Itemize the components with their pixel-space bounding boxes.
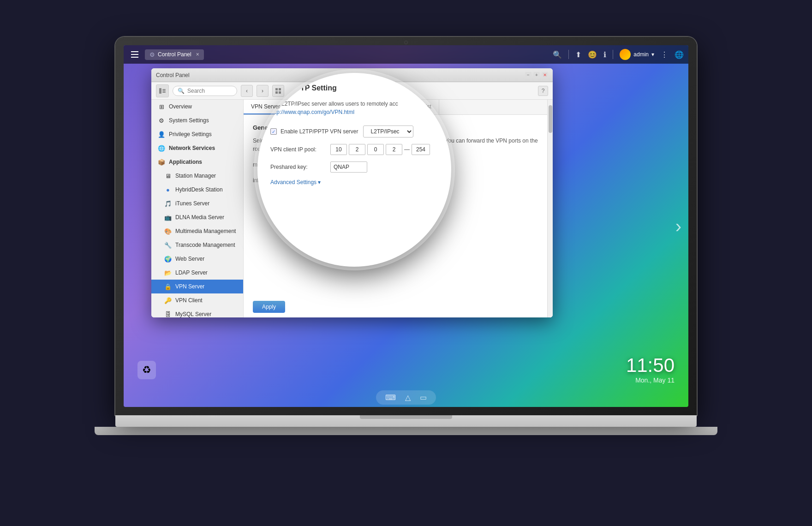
grid-button[interactable] (272, 85, 284, 97)
minimize-button[interactable]: − (525, 72, 531, 78)
divider-1 (568, 50, 569, 59)
sidebar-item-label: System Settings (169, 117, 209, 124)
scrollbar-thumb[interactable] (549, 105, 552, 133)
control-panel-tab[interactable]: ⚙ Control Panel × (145, 49, 204, 60)
enable-vpn-row: Enable L2TP/PPTP VPN server L2TP/IPsec (270, 126, 438, 137)
itunes-icon: 🎵 (164, 200, 172, 207)
sidebar-item-transcode-management[interactable]: 🔧 Transcode Management (151, 238, 243, 252)
sidebar-item-network-services[interactable]: 🌐 Network Services (151, 141, 243, 155)
time-display: 11:50 Mon., May 11 (626, 354, 675, 384)
sidebar-item-label: VPN Server (175, 283, 204, 290)
arrow-right-button[interactable]: › (675, 216, 681, 237)
divider-2 (613, 50, 613, 59)
dialog-content: L2TP/PPTP Setting The L2TP/IPsec server … (257, 73, 451, 267)
ip-pool-row: VPN client IP pool: — (270, 144, 438, 155)
clock-display: 11:50 (626, 354, 675, 377)
vpn-server-icon: 🔒 (164, 283, 172, 290)
preshared-key-input[interactable] (330, 161, 367, 173)
taskbar-left: ⚙ Control Panel × (128, 48, 204, 61)
system-settings-icon: ⚙ (158, 117, 165, 124)
more-icon[interactable]: ⋮ (661, 50, 668, 59)
laptop-shell: ⚙ Control Panel × 🔍 ⬆ 😊 ℹ admin ▾ (83, 37, 729, 489)
ip-field-2[interactable] (349, 144, 365, 155)
privilege-settings-icon: 👤 (158, 131, 165, 138)
hybriddesk-icon: ● (164, 186, 172, 193)
sidebar-toggle-button[interactable] (156, 84, 169, 97)
laptop-base (115, 415, 697, 427)
maximize-button[interactable]: + (533, 72, 540, 78)
admin-avatar (620, 49, 631, 60)
back-button[interactable]: ‹ (241, 85, 253, 97)
dialog-link[interactable]: http://www.qnap.com/go/VPN.html (270, 109, 354, 115)
dialog-description: The L2TP/IPsec server allows users to re… (270, 100, 438, 116)
sidebar-item-label: VPN Client (175, 297, 203, 304)
overview-icon: ⊞ (158, 103, 165, 110)
dock-keyboard-icon[interactable]: ⌨ (385, 393, 396, 402)
admin-menu[interactable]: admin ▾ (620, 49, 654, 60)
sidebar-item-vpn-client[interactable]: 🔑 VPN Client (151, 293, 243, 307)
sidebar-item-web-server[interactable]: 🌍 Web Server (151, 252, 243, 266)
admin-caret: ▾ (651, 51, 654, 58)
dock-window-icon[interactable]: ▭ (420, 393, 427, 402)
enable-vpn-label: Enable L2TP/PPTP VPN server (281, 128, 358, 135)
date-display: Mon., May 11 (626, 377, 675, 384)
sidebar-item-label: Web Server (175, 256, 204, 262)
taskbar: ⚙ Control Panel × 🔍 ⬆ 😊 ℹ admin ▾ (124, 45, 688, 64)
sidebar-item-multimedia-management[interactable]: 🎨 Multimedia Management (151, 224, 243, 238)
search-box[interactable]: 🔍 (173, 86, 237, 96)
search-input[interactable] (187, 88, 232, 94)
info-icon[interactable]: ℹ (603, 50, 606, 59)
sidebar-item-label: DLNA Media Server (175, 214, 224, 221)
sidebar-item-ldap-server[interactable]: 📂 LDAP Server (151, 266, 243, 280)
sidebar-item-label: MySQL Server (175, 311, 211, 317)
svg-rect-6 (275, 91, 278, 94)
svg-rect-0 (159, 88, 161, 94)
advanced-settings-link[interactable]: Advanced Settings ▾ (270, 179, 321, 185)
sidebar-item-vpn-server[interactable]: 🔒 VPN Server (151, 280, 243, 293)
ip-field-3[interactable] (367, 144, 384, 155)
ip-end-field[interactable] (412, 144, 430, 155)
ldap-icon: 📂 (164, 269, 172, 276)
network-icon[interactable]: 🌐 (675, 50, 684, 59)
sidebar-item-label: Network Services (169, 145, 215, 151)
sidebar-item-privilege-settings[interactable]: 👤 Privilege Settings (151, 127, 243, 141)
hamburger-menu-button[interactable] (128, 48, 141, 61)
scrollbar[interactable] (547, 100, 553, 317)
tab-close-btn[interactable]: × (196, 51, 199, 58)
ip-pool-label: VPN client IP pool: (270, 146, 326, 153)
dialog-desc-text: The L2TP/IPsec server allows users to re… (270, 101, 398, 107)
sidebar-item-label: Multimedia Management (175, 228, 236, 234)
close-button[interactable]: ✕ (542, 72, 548, 78)
sidebar: ⊞ Overview ⚙ System Settings 👤 Privilege… (151, 100, 244, 317)
sidebar-item-system-settings[interactable]: ⚙ System Settings (151, 114, 243, 127)
smiley-icon[interactable]: 😊 (588, 50, 597, 59)
upload-icon[interactable]: ⬆ (575, 50, 581, 59)
station-manager-icon: 🖥 (164, 172, 172, 179)
dock: ⌨ △ ▭ (376, 390, 436, 405)
forward-button[interactable]: › (257, 85, 269, 97)
recycle-bin[interactable]: ♻ (137, 361, 156, 379)
apply-button[interactable]: Apply (253, 301, 285, 313)
protocol-dropdown[interactable]: L2TP/IPsec (363, 126, 413, 137)
sidebar-item-itunes-server[interactable]: 🎵 iTunes Server (151, 197, 243, 210)
preshared-label: Preshared key: (270, 164, 326, 170)
sidebar-item-overview[interactable]: ⊞ Overview (151, 100, 243, 114)
help-button[interactable]: ? (538, 86, 548, 96)
ip-field-4[interactable] (386, 144, 402, 155)
sidebar-item-applications[interactable]: 📦 Applications (151, 155, 243, 169)
sidebar-item-mysql-server[interactable]: 🗄 MySQL Server (151, 307, 243, 317)
sidebar-item-label: HybridDesk Station (175, 186, 223, 193)
ip-inputs: — (330, 144, 430, 155)
svg-rect-3 (162, 92, 166, 93)
sidebar-item-hybriddesk-station[interactable]: ● HybridDesk Station (151, 183, 243, 197)
sidebar-item-station-manager[interactable]: 🖥 Station Manager (151, 169, 243, 183)
window-controls: − + ✕ (525, 72, 548, 78)
sidebar-item-dlna-media-server[interactable]: 📺 DLNA Media Server (151, 210, 243, 224)
ip-field-1[interactable] (330, 144, 347, 155)
vpn-client-icon: 🔑 (164, 297, 172, 304)
advanced-settings-row: Advanced Settings ▾ (270, 179, 438, 185)
multimedia-icon: 🎨 (164, 227, 172, 235)
dock-up-icon[interactable]: △ (405, 393, 411, 402)
enable-vpn-checkbox[interactable] (270, 128, 277, 135)
search-taskbar-icon[interactable]: 🔍 (553, 50, 562, 59)
